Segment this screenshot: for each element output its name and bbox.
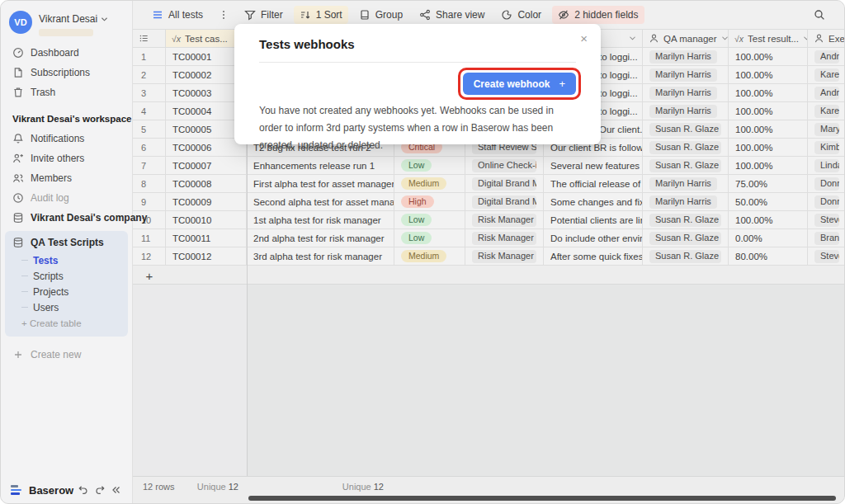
row-number-cell[interactable]: 9 (133, 193, 166, 211)
column-header-qa-manager[interactable]: QA manager (643, 30, 729, 48)
cell-test-name[interactable]: 3rd alpha test for risk manager (247, 247, 394, 266)
create-webhook-button[interactable]: Create webhook + (463, 73, 576, 95)
share-view-button[interactable]: Share view (413, 6, 490, 24)
redo-button[interactable] (93, 483, 106, 497)
sidebar-item-notifications[interactable]: Notifications (1, 129, 132, 148)
cell-test-case[interactable]: TC00009 (166, 193, 247, 211)
sidebar-item-invite-others[interactable]: Invite others (1, 148, 132, 168)
hidden-fields-button[interactable]: 2 hidden fields (552, 6, 644, 24)
horizontal-scrollbar[interactable] (248, 496, 836, 501)
cell-project[interactable]: Risk Manager BR (465, 211, 544, 229)
add-row-button[interactable]: + (141, 267, 158, 284)
cell-project[interactable]: Online Check-ins BR (465, 157, 544, 175)
sidebar-item-dashboard[interactable]: Dashboard (1, 43, 132, 63)
cell-executor[interactable]: Kimberl (808, 139, 845, 157)
cell-project[interactable]: Risk Manager BR (465, 247, 544, 266)
cell-notes[interactable]: Potential clients are linin... (544, 211, 643, 229)
cell-executor[interactable]: Steve G (808, 211, 845, 229)
cell-qa-manager[interactable]: Susan R. Glaze (643, 139, 729, 157)
collapse-sidebar-button[interactable] (109, 483, 122, 497)
group-button[interactable]: Group (353, 6, 408, 24)
cell-priority[interactable]: Low (394, 229, 465, 247)
cell-priority[interactable]: High (394, 193, 465, 211)
cell-executor[interactable]: Donn M (808, 193, 845, 211)
cell-priority[interactable]: Medium (394, 247, 465, 266)
cell-executor[interactable]: Karen D (808, 102, 845, 120)
cell-notes[interactable]: Do include other environ... (544, 229, 643, 247)
cell-executor[interactable]: Andrew (808, 48, 845, 66)
sidebar-item-vikrant-desai-s-company[interactable]: Vikrant Desai's company (1, 208, 132, 228)
cell-qa-manager[interactable]: Susan R. Glaze (643, 157, 729, 175)
row-number-cell[interactable]: 3 (133, 84, 166, 102)
cell-test-name[interactable]: 2nd alpha test for risk manager (247, 229, 394, 247)
view-selector[interactable]: All tests (146, 6, 209, 24)
sidebar-table-scripts[interactable]: Scripts (5, 268, 128, 284)
row-number-cell[interactable]: 12 (133, 247, 166, 266)
cell-test-name[interactable]: Second alpha test for asset manager (247, 193, 394, 211)
row-number-cell[interactable]: 4 (133, 102, 166, 120)
cell-test-case[interactable]: TC00011 (166, 229, 247, 247)
cell-notes[interactable]: The official release of th... (544, 175, 643, 193)
cell-priority[interactable]: Low (394, 211, 465, 229)
sort-button[interactable]: 1 Sort (294, 6, 348, 24)
sidebar-item-subscriptions[interactable]: Subscriptions (1, 63, 132, 82)
cell-test-name[interactable]: First alpha test for asset manager (247, 175, 394, 193)
cell-executor[interactable]: Mary M (808, 120, 845, 139)
row-number-cell[interactable]: 7 (133, 157, 166, 175)
undo-button[interactable] (77, 483, 90, 497)
cell-project[interactable]: Risk Manager BR (465, 229, 544, 247)
color-button[interactable]: Color (495, 6, 547, 24)
cell-test-name[interactable]: Enhancements release run 1 (247, 157, 394, 175)
sidebar-item-audit-log[interactable]: Audit log (1, 188, 132, 208)
row-number-cell[interactable]: 1 (133, 48, 166, 66)
cell-test-name[interactable]: 1st alpha test for risk manager (247, 211, 394, 229)
cell-qa-manager[interactable]: Marilyn Harris (643, 175, 729, 193)
cell-qa-manager[interactable]: Susan R. Glaze (643, 120, 729, 139)
cell-qa-manager[interactable]: Marilyn Harris (643, 84, 729, 102)
column-header-executor[interactable]: Exec (808, 30, 845, 48)
cell-project[interactable]: Digital Brand Manag (465, 193, 544, 211)
row-number-cell[interactable]: 5 (133, 120, 166, 139)
cell-test-case[interactable]: TC00007 (166, 157, 247, 175)
cell-test-result[interactable]: 100.00% (729, 120, 808, 139)
cell-test-result[interactable]: 100.00% (729, 48, 808, 66)
search-button[interactable] (808, 6, 831, 24)
create-new-button[interactable]: Create new (1, 345, 132, 365)
cell-qa-manager[interactable]: Marilyn Harris (643, 48, 729, 66)
cell-test-result[interactable]: 100.00% (729, 139, 808, 157)
filter-button[interactable]: Filter (238, 6, 289, 24)
view-options-button[interactable] (214, 6, 234, 24)
cell-project[interactable]: Digital Brand Manag (465, 175, 544, 193)
cell-test-result[interactable]: 100.00% (729, 102, 808, 120)
cell-test-result[interactable]: 80.00% (729, 247, 808, 266)
sidebar-table-tests[interactable]: Tests (5, 252, 128, 268)
cell-executor[interactable]: Karen D (808, 66, 845, 84)
column-header-test-result[interactable]: √xTest result... (729, 30, 808, 48)
cell-notes[interactable]: After some quick fixes a... (544, 247, 643, 266)
cell-qa-manager[interactable]: Marilyn Harris (643, 102, 729, 120)
cell-executor[interactable]: Donn M (808, 175, 845, 193)
cell-executor[interactable]: Brandon (808, 229, 845, 247)
row-number-cell[interactable]: 11 (133, 229, 166, 247)
cell-notes[interactable]: Several new features an... (544, 157, 643, 175)
cell-qa-manager[interactable]: Susan R. Glaze (643, 247, 729, 266)
sidebar-table-projects[interactable]: Projects (5, 284, 128, 299)
cell-executor[interactable]: Andrew (808, 84, 845, 102)
sidebar-item-qa-test-scripts[interactable]: QA Test Scripts (5, 233, 128, 252)
sidebar-table-users[interactable]: Users (5, 299, 128, 315)
cell-qa-manager[interactable]: Marilyn Harris (643, 66, 729, 84)
row-number-cell[interactable]: 2 (133, 66, 166, 84)
sidebar-item-trash[interactable]: Trash (1, 82, 132, 102)
cell-executor[interactable]: Linda By (808, 157, 845, 175)
cell-priority[interactable]: Low (394, 157, 465, 175)
cell-test-result[interactable]: 75.00% (729, 175, 808, 193)
cell-notes[interactable]: Some changes and fixes... (544, 193, 643, 211)
cell-test-result[interactable]: 100.00% (729, 84, 808, 102)
cell-test-case[interactable]: TC00010 (166, 211, 247, 229)
sidebar-item-members[interactable]: Members (1, 168, 132, 188)
close-icon[interactable]: × (580, 32, 588, 45)
user-profile-menu[interactable]: VD Vikrant Desai (1, 1, 132, 43)
cell-test-case[interactable]: TC00008 (166, 175, 247, 193)
cell-priority[interactable]: Medium (394, 175, 465, 193)
cell-test-result[interactable]: 100.00% (729, 66, 808, 84)
